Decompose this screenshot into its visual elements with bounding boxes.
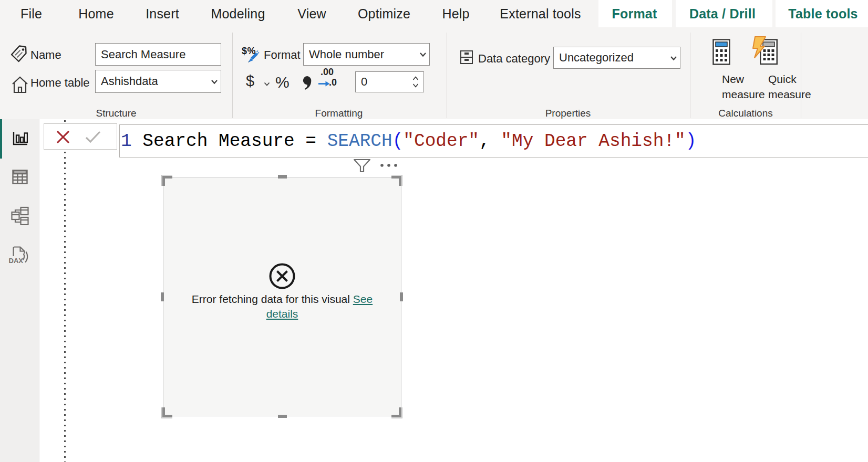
svg-text:DAX: DAX — [9, 257, 24, 265]
